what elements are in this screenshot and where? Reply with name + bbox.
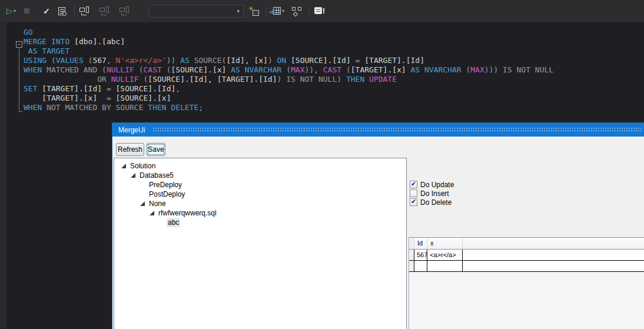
script-review-icon [58, 7, 65, 15]
update-database-button[interactable] [78, 4, 91, 18]
grid-row-header[interactable] [409, 261, 414, 271]
mergeui-body: Refresh Save SolutionDatabase5PreDeployP… [112, 137, 644, 329]
checkbox-checked-icon[interactable] [410, 181, 417, 188]
editor-margin [0, 22, 6, 329]
grid-cell[interactable] [427, 261, 463, 271]
refresh-button[interactable]: Refresh [116, 143, 144, 156]
grid-column-header-id[interactable]: Id [414, 238, 427, 249]
solution-tree: SolutionDatabase5PreDeployPostDeployNone… [114, 158, 406, 227]
tree-item-none[interactable]: None [114, 199, 406, 208]
tree-item-postdeploy[interactable]: PostDeploy [114, 190, 406, 199]
checkbox-unchecked-icon[interactable] [410, 190, 417, 197]
new-window-button[interactable]: ✳ [247, 4, 260, 18]
publish-database-icon [119, 6, 130, 16]
grid-cell[interactable]: <a>r</a> [427, 250, 463, 260]
tree-item-solution[interactable]: Solution [114, 161, 406, 171]
grid-row: 567<a>r</a> [409, 250, 644, 261]
checkbox-checked-icon[interactable] [410, 198, 417, 206]
options-group: Do UpdateDo InsertDo Delete [410, 180, 454, 207]
tree-expander-icon[interactable] [131, 173, 135, 178]
script-review-button[interactable] [55, 4, 68, 18]
checkbox-do-delete[interactable]: Do Delete [410, 198, 454, 207]
table-import-button[interactable]: ➔ ▾ [270, 4, 284, 18]
new-window-icon: ✳ [248, 6, 259, 16]
code-fold-toggle[interactable]: − [16, 41, 22, 48]
code-line: SET [TARGET].[Id] = [SOURCE].[Id], [24, 84, 553, 94]
code-editor[interactable]: GOMERGE INTO [dbo].[abc] AS TARGETUSING … [24, 28, 553, 112]
code-line: [TARGET].[x] = [SOURCE].[x] [24, 94, 553, 103]
application-window: ▷ ▾ ✓ ▾ ✳ ➔ ▾ [0, 0, 644, 329]
grid-header-row: Idx [409, 238, 644, 250]
tree-item-label: Database5 [138, 171, 175, 180]
tree-item-abc[interactable]: abc [114, 218, 406, 227]
mergeui-titlebar[interactable]: MergeUi [112, 123, 644, 137]
grid-header-filler [463, 238, 644, 249]
start-icon: ▷ [6, 7, 12, 15]
start-button[interactable]: ▷ ▾ [5, 4, 18, 18]
schema-compare-button[interactable] [290, 4, 303, 18]
check-icon: ✓ [43, 6, 50, 16]
code-line: OR NULLIF ([SOURCE].[Id], [TARGET].[Id])… [24, 75, 553, 84]
code-line: USING (VALUES (567, N'<a>r</a>')) AS SOU… [24, 56, 553, 65]
publish-database-button[interactable] [118, 4, 131, 18]
grid-row-header[interactable] [409, 250, 414, 260]
validate-button[interactable]: ✓ [40, 4, 53, 18]
code-line: AS TARGET [24, 46, 553, 56]
code-fold-guide [19, 48, 22, 112]
generate-script-icon [99, 6, 110, 16]
save-button[interactable]: Save [147, 143, 165, 156]
feedback-button[interactable]: ! [313, 4, 326, 18]
stop-button[interactable] [20, 4, 33, 18]
grid-cell[interactable]: 567 [414, 250, 427, 260]
toolbar-separator [309, 5, 310, 17]
tree-item-label: None [148, 200, 167, 208]
schema-compare-icon [291, 6, 302, 16]
grid-cell-filler [463, 261, 644, 271]
tree-item-rfwfwerqwwerq-sql[interactable]: rfwfwerqwwerq.sql [114, 208, 406, 218]
grid-column-header-x[interactable]: x [427, 238, 463, 249]
chevron-down-icon[interactable]: ▾ [237, 8, 240, 14]
mergeui-window: MergeUi Refresh Save SolutionDatabase5Pr… [112, 122, 644, 329]
tree-item-label: Solution [129, 162, 157, 171]
checkbox-do-update[interactable]: Do Update [410, 180, 454, 189]
tree-expander-icon[interactable] [121, 164, 126, 168]
code-line: GO [24, 28, 553, 37]
grid-corner-cell[interactable] [409, 238, 414, 249]
checkbox-label: Do Delete [420, 198, 452, 207]
toolbar: ▷ ▾ ✓ ▾ ✳ ➔ ▾ [0, 0, 644, 22]
start-dropdown-icon[interactable]: ▾ [14, 8, 16, 14]
code-line: MERGE INTO [dbo].[abc] [24, 37, 553, 46]
code-line: WHEN MATCHED AND (NULLIF (CAST ([SOURCE]… [24, 65, 553, 75]
titlebar-grip-dots [152, 127, 642, 132]
tree-expander-icon[interactable] [140, 201, 145, 206]
code-line: WHEN NOT MATCHED BY SOURCE THEN DELETE; [24, 103, 553, 112]
grid-cell-filler [463, 250, 644, 260]
update-database-icon [79, 6, 90, 16]
tree-item-label: rfwfwerqwwerq.sql [157, 209, 218, 218]
window-title: MergeUi [118, 126, 145, 134]
tree-item-database5[interactable]: Database5 [114, 171, 406, 180]
tree-item-label: PostDeploy [148, 190, 186, 199]
toolbar-separator [266, 5, 267, 17]
solution-tree-panel[interactable]: SolutionDatabase5PreDeployPostDeployNone… [114, 158, 407, 329]
toolbar-combobox[interactable]: ▾ [149, 5, 244, 18]
checkbox-label: Do Insert [420, 190, 449, 198]
tree-item-label: abc [167, 218, 180, 227]
table-import-dropdown-icon[interactable]: ▾ [282, 8, 284, 14]
tree-expander-icon[interactable] [150, 211, 154, 215]
feedback-icon: ! [314, 6, 325, 15]
grid-row [409, 261, 644, 272]
generate-script-button[interactable] [98, 4, 111, 18]
toolbar-separator [74, 5, 75, 17]
checkbox-do-insert[interactable]: Do Insert [410, 189, 454, 198]
grid-cell[interactable] [414, 261, 427, 271]
stop-icon [24, 8, 29, 14]
tree-item-label: PreDeploy [148, 181, 183, 190]
data-grid[interactable]: Idx567<a>r</a> [409, 237, 644, 329]
checkbox-label: Do Update [420, 181, 454, 189]
table-import-icon: ➔ [270, 6, 281, 16]
tree-item-predeploy[interactable]: PreDeploy [114, 180, 406, 190]
